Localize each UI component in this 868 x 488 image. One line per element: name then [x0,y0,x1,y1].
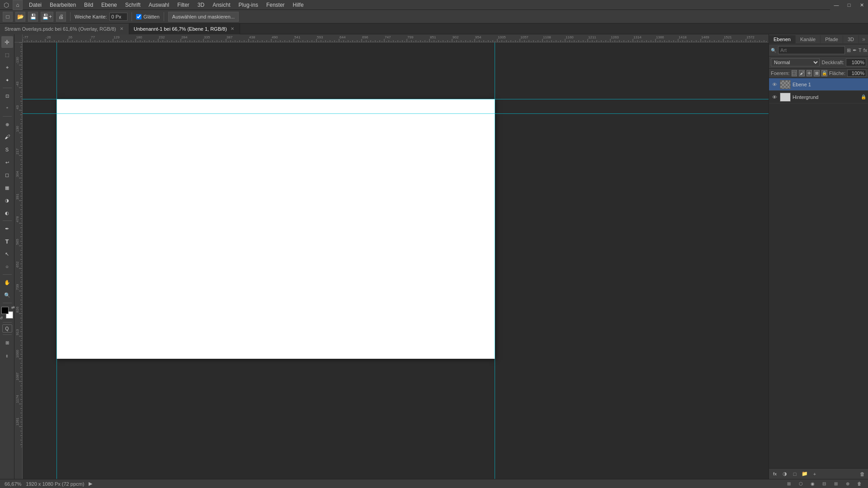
quick-select-tool[interactable]: ✦ [1,74,13,86]
save-btn[interactable]: 💾 [28,12,38,22]
new-layer-from-visible-icon[interactable]: ⊞ [847,46,851,54]
delete-layer-button[interactable]: 🗑 [858,470,866,478]
history-brush-tool[interactable]: ↩ [1,156,13,168]
menu-ansicht[interactable]: Ansicht [209,1,234,9]
status-icon-1[interactable]: ⊞ [785,480,793,488]
expand-arrows[interactable]: ⇕ [1,350,13,362]
screen-mode-tool[interactable]: ⊞ [1,337,13,348]
ruler-v-canvas [14,42,23,449]
panel-collapse-icon[interactable]: » [859,36,868,42]
menu-hilfe[interactable]: Hilfe [289,1,307,9]
tab-close-0[interactable]: ✕ [119,26,124,31]
panel-tab-kanaele[interactable]: Kanäle [796,35,821,43]
layer-group-button[interactable]: 📁 [801,470,809,478]
menu-schrift[interactable]: Schrift [122,1,144,9]
dodge-tool[interactable]: ◐ [1,207,13,219]
lasso-tool[interactable]: ⌖ [1,61,13,73]
toolbar-separator-2 [132,12,132,21]
eraser-tool[interactable]: ◻ [1,169,13,181]
menu-bearbeiten[interactable]: Bearbeiten [46,1,80,9]
layer-mask-button[interactable]: □ [791,470,799,478]
menu-ebene[interactable]: Ebene [98,1,121,9]
foreground-color-swatch[interactable] [1,307,9,314]
blur-tool[interactable]: ◑ [1,194,13,206]
status-icon-6[interactable]: ⊕ [844,480,852,488]
opacity-label: Deckkraft: [821,60,844,65]
canvas-area [14,34,769,479]
layer-item-1[interactable]: 👁 Hintergrund 🔒 [769,91,868,103]
panel-tab-3d[interactable]: 3D [843,35,859,43]
layer-type-filter-icon[interactable]: ✒ [853,46,857,54]
select-mask-button[interactable]: Auswählen und maskieren... [168,12,239,22]
opacity-input[interactable] [846,58,866,66]
smooth-label: Glätten [143,14,159,19]
smooth-checkbox[interactable] [136,14,142,19]
shape-tool[interactable]: ○ [1,261,13,272]
lock-all-icon[interactable]: 🔒 [821,70,827,76]
layer-adjustment-button[interactable]: ◑ [781,470,789,478]
menu-fenster[interactable]: Fenster [263,1,288,9]
quick-mask-tool[interactable]: Q [2,324,12,333]
move-tool[interactable]: ✛ [1,36,13,48]
menu-bild[interactable]: Bild [80,1,97,9]
status-icon-3[interactable]: ◉ [808,480,816,488]
crop-tool[interactable]: ⊡ [1,90,13,102]
close-button[interactable]: ✕ [855,0,868,10]
zoom-tool[interactable]: 🔍 [1,289,13,301]
gradient-tool[interactable]: ▦ [1,182,13,193]
lock-transparent-icon[interactable]: ⬚ [792,70,797,76]
minimize-button[interactable]: — [830,0,843,10]
maximize-button[interactable]: □ [843,0,855,10]
open-btn[interactable]: 📂 [15,12,25,22]
menu-filter[interactable]: Filter [174,1,193,9]
panel-search-row: 🔍 ⊞ ✒ T fx ◧ 🔒 ● [769,44,868,56]
tab-unbenannt[interactable]: Unbenannt-1 bei 66,7% (Ebene 1, RGB/8) ✕ [129,23,240,34]
tab-stream-overlays[interactable]: Stream Overlays.psdc bei 61,6% (Overlay,… [0,23,129,34]
layer-effect-filter-icon[interactable]: fx [863,46,868,54]
panel-tab-ebenen[interactable]: Ebenen [769,35,796,43]
print-btn[interactable]: 🖨 [56,12,66,22]
panel-tab-pfade[interactable]: Pfade [821,35,843,43]
menu-datei[interactable]: Datei [25,1,45,9]
spot-healing-tool[interactable]: ⊕ [1,118,13,130]
rectangular-marquee-tool[interactable]: ⬚ [1,49,13,61]
edge-input[interactable] [109,13,127,21]
tab-close-1[interactable]: ✕ [230,26,235,31]
eyedropper-tool[interactable]: ⁺ [1,103,13,114]
path-selection-tool[interactable]: ↖ [1,248,13,260]
tool-separator-2 [3,116,12,117]
document-canvas[interactable] [23,42,769,479]
lock-move-icon[interactable]: ✛ [807,70,812,76]
layer-visibility-1[interactable]: 👁 [771,94,778,101]
lock-paint-icon[interactable]: 🖌 [799,70,805,76]
pen-tool[interactable]: ✒ [1,223,13,235]
status-icon-7[interactable]: 🗑 [855,480,863,488]
clone-stamp-tool[interactable]: S [1,144,13,155]
menu-plugins[interactable]: Plug-ins [235,1,262,9]
text-tool[interactable]: T [1,235,13,247]
flaeche-input[interactable] [847,70,866,77]
hand-tool[interactable]: ✋ [1,277,13,288]
status-icon-2[interactable]: ⬡ [797,480,805,488]
status-icon-4[interactable]: ⊟ [820,480,828,488]
save-as-btn[interactable]: 💾+ [41,12,53,22]
layer-fx-button[interactable]: fx [771,470,779,478]
tool-separator-6 [3,322,12,323]
brush-tool[interactable]: 🖌 [1,131,13,143]
layer-search-input[interactable] [778,46,845,54]
new-btn[interactable]: □ [3,12,13,22]
smooth-checkbox-label[interactable]: Glätten [136,14,159,19]
menu-item-home[interactable]: ⌂ [13,0,23,10]
status-icon-5[interactable]: ⊞ [832,480,840,488]
layer-visibility-0[interactable]: 👁 [771,81,778,88]
layer-text-filter-icon[interactable]: T [859,46,862,54]
layer-item-0[interactable]: 👁 Ebene 1 [769,78,868,91]
blend-mode-select[interactable]: Normal [771,58,820,66]
lock-artboard-icon[interactable]: ⊠ [814,70,820,76]
menu-auswahl[interactable]: Auswahl [145,1,173,9]
menu-3d[interactable]: 3D [194,1,208,9]
reset-colors-icon[interactable]: ↺ [0,316,3,320]
status-arrow[interactable]: ▶ [89,481,92,487]
new-layer-button[interactable]: + [811,470,819,478]
app-icon: ⬡ [4,1,9,9]
